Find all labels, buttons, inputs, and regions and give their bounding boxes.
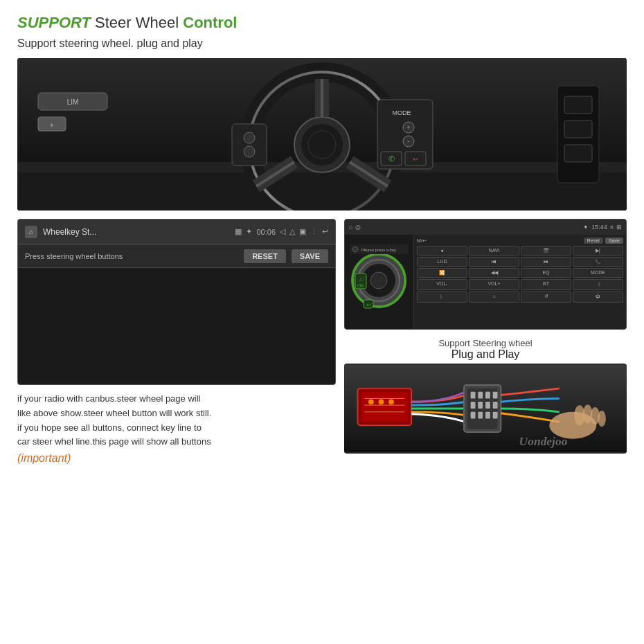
rs-nav-icon: ◎ [355,224,361,231]
svg-rect-60 [478,392,483,399]
time-display: 00:06 [256,228,276,236]
svg-rect-50 [361,392,408,422]
svg-point-54 [368,399,374,404]
svg-rect-63 [471,402,476,409]
rs-grid-icon: ⊞ [616,224,622,231]
app-title: Wheelkey St... [43,227,229,237]
svg-text:↩: ↩ [366,302,371,308]
svg-text:-: - [408,138,410,145]
svg-text:OK: OK [357,283,364,288]
svg-point-10 [301,124,343,166]
svg-text:△: △ [359,277,363,281]
svg-rect-70 [493,412,498,419]
svg-rect-68 [478,412,483,419]
svg-text:▽: ▽ [359,291,363,295]
svg-point-18 [244,132,255,143]
rs-list-icon: ≡ [610,224,614,231]
reset-button[interactable]: RESET [244,249,286,263]
eject-icon: △ [289,227,295,236]
svg-text:↩: ↩ [413,156,418,163]
svg-text:+: + [406,124,410,131]
svg-point-38 [370,272,387,289]
title-rest: Steer Wheel [95,14,183,31]
svg-rect-32 [564,120,592,138]
bluetooth-icon: ✦ [246,227,252,236]
svg-rect-33 [564,145,592,162]
screenshot-toolbar: Press steering wheel buttons RESET SAVE [18,244,335,268]
header-icons: ▦ ✦ 00:06 ◁ △ ▣ ⋮ ↩ [235,227,328,236]
desc-line-2: like above show.steer wheel button will … [17,406,336,421]
svg-point-55 [379,399,384,404]
svg-text:Uondejoo: Uondejoo [519,434,568,448]
right-screenshot: ⌂ ◎ ✦ 15:44 ≡ ⊞ [344,219,627,330]
description-text: if your radio with canbus.steer wheel pa… [17,392,336,449]
desc-line-1: if your radio with canbus.steer wheel pa… [17,392,336,406]
back-icon: ↩ [322,227,328,236]
left-screenshot: ⌂ Wheelkey St... ▦ ✦ 00:06 ◁ △ ▣ ⋮ ↩ [17,219,336,385]
svg-rect-66 [493,402,498,409]
toolbar-label: Press steering wheel buttons [25,252,238,260]
bottom-section: ⌂ Wheelkey St... ▦ ✦ 00:06 ◁ △ ▣ ⋮ ↩ [17,219,627,461]
wiring-svg: Uondejoo [344,364,627,454]
wiring-image: Uondejoo [344,364,627,454]
steering-wheel-image: LIM + [17,58,627,211]
screen-icon: ▣ [299,227,306,236]
rs-time: 15:44 [591,224,607,231]
support-text-block: Support Steering wheel Plug and Play [344,335,627,364]
title-support: SUPPORT [17,14,91,31]
svg-rect-64 [478,402,483,409]
svg-text:✆: ✆ [388,154,395,163]
subtitle-text: Support steering wheel. plug and play [17,37,627,50]
support-steering-label: Support Steering wheel [344,338,627,348]
home-icon: ⌂ [25,226,37,238]
mini-wheel-svg: △ OK ▽ ↩ Please press a key [350,244,409,321]
desc-line-4: car steer whel line.this page will show … [17,435,336,449]
svg-text:MODE: MODE [393,109,411,116]
svg-point-46 [352,247,358,252]
rs-button-grid: M/↩ Reset Save ● NAVI 🎬 ▶| LUD ⏮ ⏭ [414,235,626,330]
important-text: (important) [17,452,336,465]
steering-wheel-svg: LIM + [17,58,627,211]
svg-text:Please press a key: Please press a key [361,248,397,252]
menu-icon: ⋮ [310,227,318,236]
save-button[interactable]: SAVE [292,249,328,263]
rs-steering-mini: △ OK ▽ ↩ Please press a key [345,235,414,330]
svg-rect-62 [493,392,498,399]
screenshot-body [18,268,335,385]
svg-text:LIM: LIM [67,98,79,106]
svg-rect-17 [232,124,267,166]
rs-header: ⌂ ◎ ✦ 15:44 ≡ ⊞ [345,220,626,235]
svg-text:+: + [50,122,53,129]
svg-rect-65 [485,402,490,409]
svg-point-75 [598,411,606,427]
plug-play-label: Plug and Play [344,348,627,361]
svg-rect-61 [485,392,490,399]
right-column: ⌂ ◎ ✦ 15:44 ≡ ⊞ [344,219,627,461]
svg-rect-69 [485,412,490,419]
vol-icon: ◁ [280,227,285,236]
svg-point-56 [388,399,394,404]
svg-point-19 [244,146,255,157]
header-section: SUPPORT Steer Wheel Control Support stee… [17,14,627,50]
title-control: Control [183,14,237,31]
svg-rect-59 [471,392,476,399]
svg-rect-31 [564,96,592,114]
image-icon: ▦ [235,227,242,236]
rs-home-icon: ⌂ [349,224,352,231]
page-title: SUPPORT Steer Wheel Control [17,14,627,32]
left-column: ⌂ Wheelkey St... ▦ ✦ 00:06 ◁ △ ▣ ⋮ ↩ [17,219,336,461]
svg-rect-67 [471,412,476,419]
screenshot-header: ⌂ Wheelkey St... ▦ ✦ 00:06 ◁ △ ▣ ⋮ ↩ [18,220,335,244]
page: SUPPORT Steer Wheel Control Support stee… [0,0,644,644]
rs-bt-icon: ✦ [583,224,589,231]
svg-rect-1 [17,169,627,211]
rs-content: △ OK ▽ ↩ Please press a key [345,235,626,330]
desc-line-3: if you hope see all buttons, connect key… [17,421,336,436]
